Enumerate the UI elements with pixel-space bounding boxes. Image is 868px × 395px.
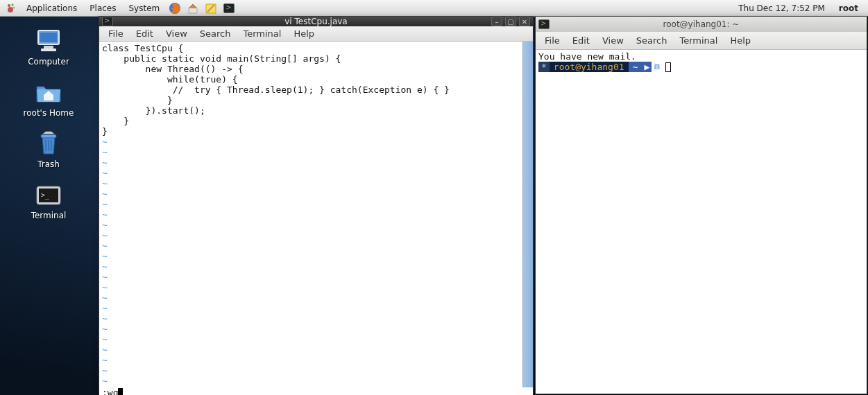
terminal-launcher-icon[interactable] (222, 1, 236, 15)
minimize-button[interactable]: – (491, 17, 502, 26)
terminal-icon (102, 17, 113, 26)
terminal-window[interactable]: root@yihang01: ~ File Edit View Search T… (535, 16, 867, 394)
menu-search[interactable]: Search (630, 33, 674, 48)
applications-menu[interactable]: Applications (21, 2, 83, 15)
desktop-icons: Computer root's Home Trash >_ Terminal (0, 21, 97, 220)
computer-icon (34, 28, 63, 54)
svg-point-1 (12, 3, 14, 6)
svg-rect-7 (40, 33, 57, 42)
places-menu[interactable]: Places (84, 2, 121, 15)
prompt-star: * (538, 62, 550, 72)
editor-area[interactable]: class TestCpu { public static void main(… (99, 42, 533, 387)
terminal-icon: >_ (34, 182, 63, 208)
home-folder-icon (34, 79, 63, 105)
desktop-computer[interactable]: Computer (28, 28, 69, 67)
trash-icon (34, 130, 63, 157)
svg-point-2 (13, 6, 15, 8)
cursor-icon (118, 388, 123, 396)
code-content: class TestCpu { public static void main(… (102, 43, 450, 137)
terminal-menubar: File Edit View Search Terminal Help (536, 32, 867, 50)
panel-clock[interactable]: Thu Dec 12, 7:52 PM (731, 3, 832, 13)
prompt-user: root@yihang01 (550, 62, 629, 72)
menu-file[interactable]: File (538, 33, 566, 48)
prompt-tail: ⊟ (652, 62, 663, 72)
menu-help[interactable]: Help (724, 33, 757, 48)
desktop-label: root's Home (24, 108, 74, 118)
svg-text:>_: >_ (41, 191, 50, 200)
top-panel: Applications Places System Thu Dec 12, 7… (0, 0, 868, 17)
prompt-arrow-icon: ▶ (642, 62, 652, 72)
svg-rect-10 (41, 134, 56, 138)
menu-edit[interactable]: Edit (566, 33, 596, 48)
svg-point-0 (8, 4, 10, 7)
menu-search[interactable]: Search (194, 26, 237, 41)
vi-window[interactable]: vi TestCpu.java – ▢ ✕ File Edit View Sea… (99, 16, 534, 394)
vi-tildes: ~ ~ ~ ~ ~ ~ ~ ~ ~ ~ ~ ~ ~ ~ ~ ~ ~ ~ ~ ~ … (102, 137, 108, 386)
desktop-home[interactable]: root's Home (24, 79, 74, 118)
svg-point-3 (8, 7, 13, 12)
menu-view[interactable]: View (160, 26, 194, 41)
vi-titlebar[interactable]: vi TestCpu.java – ▢ ✕ (99, 17, 533, 26)
cursor-icon (665, 62, 671, 72)
desktop-terminal[interactable]: >_ Terminal (31, 182, 67, 220)
notes-launcher-icon[interactable] (204, 1, 218, 15)
terminal-area[interactable]: You have new mail. *root@yihang01~▶⊟ (536, 50, 867, 394)
svg-rect-9 (41, 49, 56, 51)
scrollbar[interactable] (522, 42, 533, 387)
home-launcher-icon[interactable] (186, 1, 200, 15)
system-menu[interactable]: System (123, 2, 165, 15)
vi-command: :wq (102, 387, 118, 395)
desktop-label: Terminal (31, 211, 67, 220)
panel-user[interactable]: root (832, 3, 865, 13)
desktop-trash[interactable]: Trash (34, 130, 63, 169)
close-button[interactable]: ✕ (519, 17, 530, 26)
menu-file[interactable]: File (102, 26, 130, 41)
editor-text[interactable]: class TestCpu { public static void main(… (99, 42, 522, 387)
vi-status-line[interactable]: :wq (99, 387, 533, 395)
prompt-path: ~ (629, 62, 643, 72)
firefox-icon[interactable] (168, 1, 182, 15)
mail-notice: You have new mail. (538, 51, 636, 62)
menu-edit[interactable]: Edit (130, 26, 160, 41)
menu-help[interactable]: Help (287, 26, 321, 41)
gnome-foot-icon[interactable] (4, 1, 18, 15)
desktop-label: Trash (37, 159, 60, 169)
terminal-icon (538, 19, 550, 29)
window-title: vi TestCpu.java (284, 17, 347, 26)
window-title: root@yihang01: ~ (663, 19, 740, 29)
vi-menubar: File Edit View Search Terminal Help (99, 26, 533, 42)
desktop-label: Computer (28, 57, 69, 67)
menu-terminal[interactable]: Terminal (673, 33, 724, 48)
terminal-titlebar[interactable]: root@yihang01: ~ (536, 17, 867, 32)
menu-terminal[interactable]: Terminal (237, 26, 287, 41)
menu-view[interactable]: View (596, 33, 630, 48)
maximize-button[interactable]: ▢ (505, 17, 516, 26)
svg-rect-8 (44, 46, 53, 49)
